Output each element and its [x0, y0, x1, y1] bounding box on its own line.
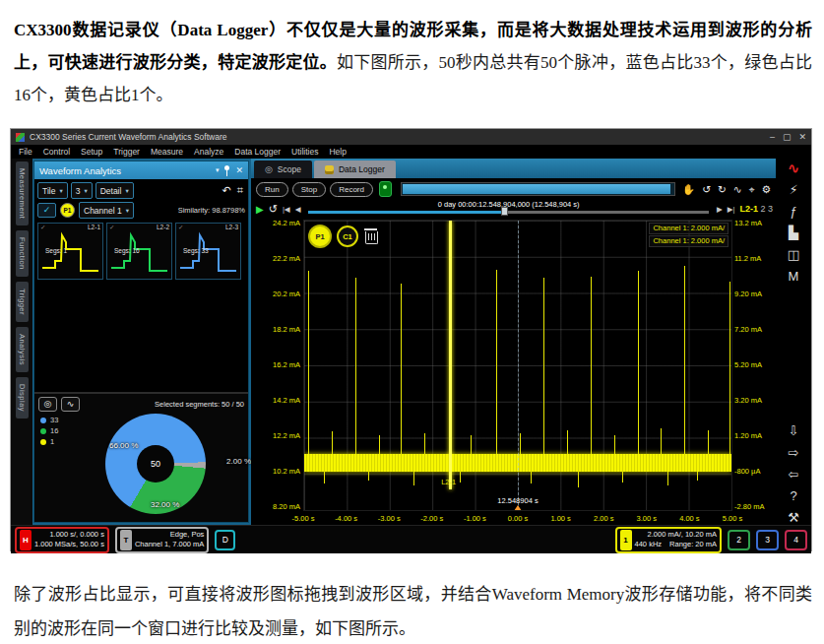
channel-1-settings-box[interactable]: 1 2.000 mA/, 10.20 mA 440 kHz Range: 20 … — [615, 527, 722, 553]
segment-reference[interactable]: L2-1 2 3 — [739, 204, 773, 214]
panel-close-icon[interactable]: ✕ — [235, 165, 243, 175]
redo-icon[interactable]: ↻ — [718, 183, 727, 195]
select-check-button[interactable]: ✓ — [37, 203, 56, 218]
menu-trigger[interactable]: Trigger — [113, 147, 140, 157]
chevron-down-icon: ▾ — [59, 187, 62, 195]
selected-pulse-l2-1[interactable] — [449, 221, 452, 489]
help-icon[interactable]: ? — [790, 489, 796, 503]
trigger-settings-box[interactable]: T Edge, Pos Channel 1, 7.000 mA — [115, 527, 209, 553]
menu-control[interactable]: Control — [43, 147, 70, 157]
channel-readouts: Channel 1: 2.000 mA/ Channel 1: 2.000 mA… — [649, 223, 729, 248]
y-tick-right: -2.80 mA — [734, 503, 778, 511]
p1-probe-badge[interactable]: P1 — [310, 226, 330, 246]
function-fx-icon[interactable]: ƒ — [790, 205, 796, 219]
channel-3-button[interactable]: 3 — [756, 530, 779, 550]
tile-count-dropdown[interactable]: 3 ▾ — [71, 182, 93, 199]
donut-chart: 50 66.00 % 2.00 % 32.00 % — [92, 412, 220, 522]
waveform-view-icon[interactable]: ∿ — [61, 397, 80, 412]
y-tick-left: 24.2 mA — [251, 220, 300, 227]
app-logo-waveform-icon[interactable]: ∿ — [788, 161, 800, 175]
menu-data-logger[interactable]: Data Logger — [234, 147, 281, 157]
menu-setup[interactable]: Setup — [81, 147, 102, 157]
step-forward-button[interactable]: ▶ — [717, 205, 723, 214]
channel-1-range: Range: 20 mA — [669, 540, 717, 549]
close-button[interactable]: ✕ — [798, 133, 806, 142]
tab-data-logger[interactable]: Data Logger — [314, 161, 396, 178]
waveform-plot-block: 24.2 mA22.2 mA20.2 mA18.2 mA16.2 mA14.2 … — [251, 218, 778, 525]
legend-dot — [40, 428, 46, 434]
detail-dropdown[interactable]: Detail ▾ — [95, 182, 134, 199]
legend-item-1: 1 — [40, 437, 58, 446]
app-body: MeasurementFunctionTriggerAnalysisDispla… — [11, 159, 811, 525]
skip-end-button[interactable]: ▶| — [728, 205, 735, 214]
pan-hand-icon[interactable]: ✋ — [682, 183, 695, 196]
pie-view-icon[interactable]: ◎ — [38, 397, 57, 412]
export-icon[interactable]: ⇨ — [789, 446, 799, 460]
play-icon[interactable]: ▶ — [256, 204, 264, 215]
minimize-button[interactable]: – — [770, 133, 775, 142]
c1-channel-badge[interactable]: C1 — [337, 225, 358, 247]
time-cursor-line[interactable] — [518, 221, 519, 510]
pin-icon[interactable] — [223, 165, 230, 176]
current-pulse — [684, 266, 685, 454]
channel-4-button[interactable]: 4 — [785, 530, 807, 550]
x-tick: 1.00 s — [550, 514, 570, 523]
waveform-plot[interactable]: P1 C1 Channel 1: 2.000 mA/ Channel 1: 2.… — [303, 220, 732, 511]
menu-help[interactable]: Help — [329, 147, 346, 157]
undo-icon[interactable]: ↺ — [702, 183, 711, 195]
import-icon[interactable]: ⇦ — [789, 468, 799, 482]
sidebar-tab-trigger[interactable]: Trigger — [16, 282, 29, 322]
memory-marker-icon[interactable]: M — [789, 270, 799, 284]
settings-gear-icon[interactable]: ⚙ — [762, 183, 771, 195]
sidebar-tab-measurement[interactable]: Measurement — [16, 161, 29, 225]
time-cursor-marker[interactable] — [514, 505, 522, 511]
stop-button[interactable]: Stop — [292, 182, 326, 197]
tab-scope[interactable]: ◎ Scope — [254, 161, 312, 178]
horizontal-settings-box[interactable]: H 1.000 s/, 0.000 s 1.000 MSa/s, 50.00 s — [15, 527, 109, 553]
x-axis: -5.00 s-4.00 s-3.00 s-2.00 s-1.00 s0.00 … — [303, 512, 732, 525]
skip-start-button[interactable]: |◀ — [283, 205, 290, 214]
step-back-button[interactable]: ◀ — [295, 205, 301, 214]
hierarchy-icon[interactable]: ⌗ — [237, 184, 243, 197]
y-tick-left: 18.2 mA — [251, 326, 300, 334]
save-icon[interactable]: ⇩ — [789, 424, 799, 438]
sidebar-tab-analysis[interactable]: Analysis — [16, 327, 29, 372]
tile-dropdown[interactable]: Tile ▾ — [37, 182, 68, 199]
tools-icon[interactable]: ⚒ — [788, 511, 799, 525]
marker-waveform-icon[interactable]: ∿ — [733, 183, 742, 195]
app-window: CX3300 Series Current Waveform Analytics… — [10, 128, 812, 551]
waveform-analytics-panel: Waveform Analytics ▾ ✕ Tile ▾ 3 ▾ Detail… — [33, 161, 249, 523]
menu-utilities[interactable]: Utilities — [291, 147, 318, 157]
channel-1-badge: 1 — [620, 530, 632, 550]
legend-item-16: 16 — [40, 426, 58, 435]
sidebar-tab-display[interactable]: Display — [16, 377, 29, 419]
undo-icon[interactable]: ↶ — [222, 184, 231, 197]
trash-icon[interactable] — [365, 231, 378, 244]
menu-analyze[interactable]: Analyze — [194, 147, 223, 157]
probe-icon[interactable]: ⚡ — [789, 183, 797, 197]
sidebar-tab-function[interactable]: Function — [16, 230, 29, 277]
legend-dot — [40, 418, 46, 423]
timeline-scrubber[interactable]: 0 day 00:00:12.548,904,000 (12.548,904 s… — [308, 200, 709, 218]
menu-measure[interactable]: Measure — [151, 147, 183, 157]
donut-ring[interactable]: 50 — [105, 414, 206, 514]
histogram-icon[interactable]: ▙ — [789, 226, 798, 240]
segment-thumbnail-l2-2[interactable]: ✓L2-2Segs: 16 — [106, 223, 172, 280]
channel-dropdown[interactable]: Channel 1 ▾ — [79, 202, 134, 219]
segment-thumbnail-l2-1[interactable]: ✓L2-1Segs: 1 — [37, 223, 103, 280]
menu-file[interactable]: File — [19, 147, 32, 157]
segment-thumbnail-l2-3[interactable]: ✓L2-3Segs: 33 — [175, 223, 241, 280]
record-button[interactable]: Record — [330, 182, 373, 197]
panel-icon-group: ↶ ⌗ — [222, 184, 245, 197]
replay-loop-icon[interactable]: ↺ — [269, 203, 278, 216]
timeline-handle[interactable] — [501, 207, 508, 216]
thumb-check-icon: ✓ — [178, 224, 183, 231]
maximize-button[interactable]: ▢ — [783, 133, 792, 142]
chevron-down-icon[interactable]: ▾ — [216, 166, 220, 174]
digital-button[interactable]: D — [215, 530, 235, 550]
y-tick-left: 12.2 mA — [251, 432, 300, 440]
split-window-icon[interactable]: ◫ — [788, 248, 799, 262]
channel-2-button[interactable]: 2 — [728, 530, 750, 550]
pointer-probe-icon[interactable]: ⌖ — [749, 183, 755, 196]
run-button[interactable]: Run — [256, 182, 288, 197]
